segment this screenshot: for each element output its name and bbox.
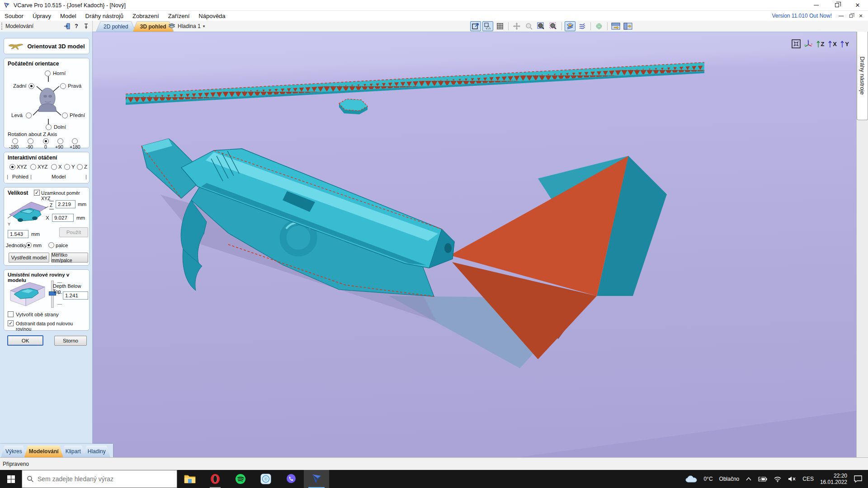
chevron-up-icon[interactable] [745,477,752,481]
tab-modelovani[interactable]: Modelování [24,446,63,457]
radio-y[interactable] [64,164,70,170]
drag-grip-icon[interactable] [1,23,3,30]
tray-weather[interactable]: Oblačno [719,476,740,482]
minimize-button[interactable] [806,0,826,11]
viber-icon[interactable] [278,470,304,488]
wifi-icon[interactable] [774,476,782,482]
z-size-field[interactable] [56,200,75,208]
layer-selector[interactable]: Hladina 1 ▾ [168,22,205,31]
menu-zobrazeni[interactable]: Zobrazení [128,11,164,21]
menu-upravy[interactable]: Úpravy [28,11,56,21]
vcarve-taskbar-icon[interactable] [304,470,329,488]
file-explorer-icon[interactable] [177,470,203,488]
iso-view-icon[interactable]: zyx [803,38,813,49]
radio-z[interactable] [77,164,83,170]
radio-rot-0[interactable] [43,138,49,144]
opera-icon[interactable] [203,470,228,488]
material-slab[interactable] [126,62,704,105]
search-input[interactable] [38,475,164,483]
grid-icon[interactable] [495,21,505,31]
mdi-restore-button[interactable] [846,12,855,20]
x-size-field[interactable] [52,214,74,222]
compass-app-icon[interactable] [253,470,278,488]
radio-xyz-view[interactable] [9,164,15,170]
both-sides-checkbox[interactable] [8,311,14,317]
radio-rot-m180[interactable] [12,138,18,144]
radio-dolni[interactable] [46,124,52,130]
zoom-fit-icon[interactable] [470,21,481,31]
pistol-3d-model[interactable] [142,139,454,321]
start-button[interactable] [0,470,22,488]
ghost-model-icon[interactable] [594,21,604,31]
pin-icon[interactable] [82,23,90,30]
radio-xyz-model[interactable] [30,164,36,170]
radio-rot-p90[interactable] [57,138,63,144]
radio-horni[interactable] [45,70,51,76]
mdi-minimize-button[interactable] [836,12,845,20]
y-size-field[interactable] [8,230,28,238]
keyboard-language[interactable]: CES [802,476,814,482]
pan-icon[interactable] [511,21,522,31]
ok-button[interactable]: OK [7,335,43,346]
toolpaths-tab[interactable]: Dráhy nástroje [857,32,868,120]
apply-button[interactable]: Použít [59,227,88,237]
menu-model[interactable]: Model [56,11,80,21]
zoom-selected-icon[interactable] [548,21,559,31]
center-model-button[interactable]: Vystředit model [9,253,49,263]
battery-icon[interactable] [758,476,767,482]
mdi-restore-icon [849,14,852,17]
dock-panel-icon[interactable] [63,23,71,30]
tab-3d-pohled[interactable]: 3D pohled [133,22,174,32]
layout-vertical-icon[interactable] [623,21,633,31]
restore-button[interactable] [826,0,847,11]
tray-temperature[interactable]: 0°C [703,476,712,482]
radio-zadni[interactable] [28,83,34,89]
menu-soubor[interactable]: Soubor [0,11,28,21]
search-icon [27,475,34,483]
fit-to-view-icon[interactable] [791,38,801,49]
zoom-window-icon[interactable] [536,21,547,31]
preview-material-icon[interactable] [565,21,576,31]
radio-leva[interactable] [26,113,32,118]
mdi-close-button[interactable]: ✕ [856,12,865,20]
tab-hladiny[interactable]: Hladiny [83,446,110,457]
view-along-z-icon[interactable]: Z [815,38,826,49]
tray-time: 22:20 [820,473,847,479]
radio-x[interactable] [51,164,57,170]
cancel-button[interactable]: Storno [54,336,87,346]
radio-predni[interactable] [62,113,68,118]
zoom-icon[interactable] [524,21,534,31]
remove-below-checkbox[interactable] [8,320,14,326]
menu-drahy-nastroju[interactable]: Dráhy nástrojů [81,11,128,21]
tab-2d-pohled[interactable]: 2D pohled [96,22,136,32]
view-along-y-icon[interactable]: Y [840,38,850,49]
lock-ratio-checkbox[interactable] [34,190,40,196]
depth-field[interactable] [63,291,88,300]
layout-horizontal-icon[interactable] [610,21,621,31]
radio-rot-m90[interactable] [28,138,33,144]
menu-zarizeni[interactable]: Zařízení [164,11,194,21]
radio-rot-p180[interactable] [72,138,78,144]
volume-muted-icon[interactable] [788,476,796,482]
taskbar-clock[interactable]: 22:20 16.01.2022 [820,473,847,485]
view-along-x-icon[interactable]: X [827,38,838,49]
view-orientation-bar: zyx Z X Y [791,38,850,49]
radio-unit-mm[interactable] [26,242,32,248]
radio-prava[interactable] [60,83,66,89]
hexagon-part[interactable] [339,99,368,114]
menu-napoveda[interactable]: Nápověda [194,11,230,21]
version-link[interactable]: Version 11.010 Out Now! [772,13,836,19]
close-button[interactable]: ✕ [847,0,868,11]
notification-center-icon[interactable] [854,475,863,483]
viewport-3d[interactable]: zyx Z X Y [93,32,856,457]
tab-vykres[interactable]: Výkres [1,446,27,457]
spotify-icon[interactable] [228,470,253,488]
tab-klipart[interactable]: Klipart [61,446,85,457]
radio-leva-label: Levá [11,113,23,118]
preview-toolpaths-icon[interactable] [577,21,588,31]
scale-mm-inch-button[interactable]: Měřítko mm/palce [51,253,88,263]
taskbar-search[interactable] [22,470,177,488]
help-icon[interactable]: ? [73,23,80,30]
radio-unit-palce[interactable] [48,242,54,248]
fit-drawing-icon[interactable] [482,21,493,31]
